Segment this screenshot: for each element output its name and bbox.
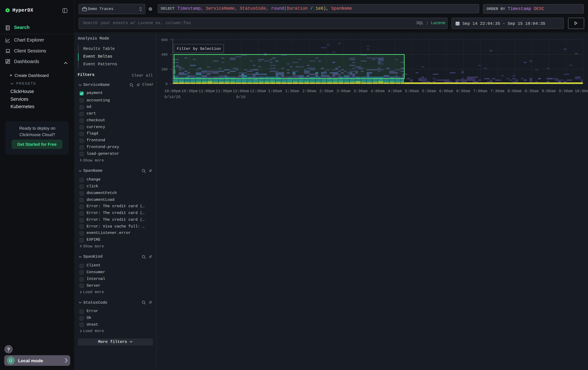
svg-text:?: ? [7, 347, 10, 352]
